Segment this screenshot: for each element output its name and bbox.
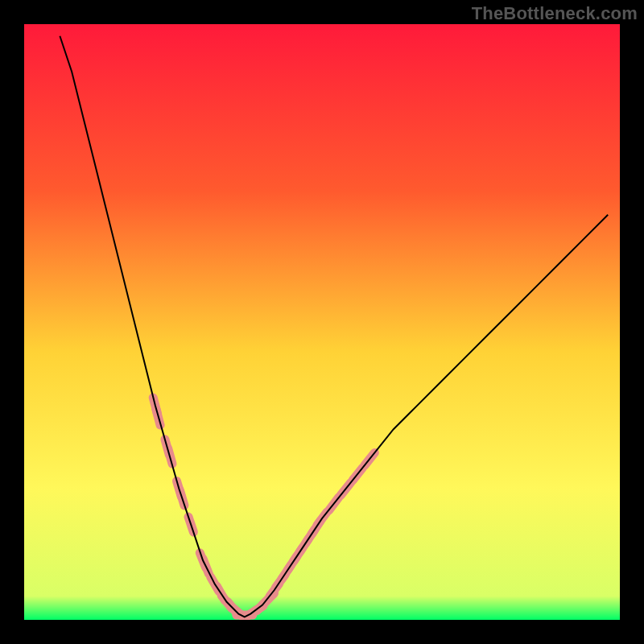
chart-svg	[24, 24, 620, 620]
plot-area	[24, 24, 620, 620]
chart-frame: TheBottleneck.com	[0, 0, 644, 644]
gradient-background	[24, 24, 620, 620]
watermark-text: TheBottleneck.com	[472, 3, 638, 24]
